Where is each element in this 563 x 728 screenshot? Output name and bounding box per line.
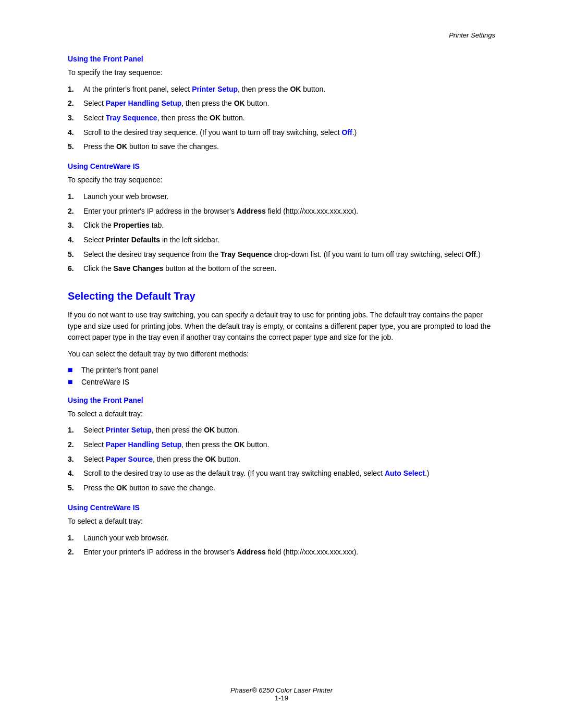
bullet-icon: ■ — [68, 365, 76, 375]
section-heading-1: Using the Front Panel — [68, 55, 495, 63]
list-item: 1. At the printer's front panel, select … — [68, 84, 495, 95]
section4-intro: To select a default tray: — [68, 516, 495, 527]
list-item: 2. Select Paper Handling Setup, then pre… — [68, 98, 495, 109]
section4-steps: 1. Launch your web browser. 2. Enter you… — [68, 533, 495, 558]
main-para-1: If you do not want to use tray switching… — [68, 310, 495, 343]
main-section-default-tray: Selecting the Default Tray If you do not… — [68, 290, 495, 387]
list-item: 2. Select Paper Handling Setup, then pre… — [68, 439, 495, 451]
page-header: Printer Settings — [68, 31, 495, 39]
list-item: 5. Press the OK button to save the chang… — [68, 141, 495, 153]
section2-steps: 1. Launch your web browser. 2. Enter you… — [68, 191, 495, 275]
section1-intro: To specify the tray sequence: — [68, 67, 495, 79]
main-heading: Selecting the Default Tray — [68, 290, 495, 302]
list-item: 4. Select Printer Defaults in the left s… — [68, 235, 495, 246]
list-item: 3. Select Tray Sequence, then press the … — [68, 113, 495, 124]
section1-steps: 1. At the printer's front panel, select … — [68, 84, 495, 153]
section-front-panel-1: Using the Front Panel To specify the tra… — [68, 55, 495, 153]
page-footer: Phaser® 6250 Color Laser Printer 1-19 — [0, 686, 563, 702]
list-item: 4. Scroll to the desired tray to use as … — [68, 468, 495, 479]
list-item: ■ The printer's front panel — [68, 365, 495, 375]
section-centreware-1: Using CentreWare IS To specify the tray … — [68, 162, 495, 275]
list-item: 1. Select Printer Setup, then press the … — [68, 425, 495, 436]
list-item: 6. Click the Save Changes button at the … — [68, 263, 495, 275]
list-item: 1. Launch your web browser. — [68, 533, 495, 544]
method-list: ■ The printer's front panel ■ CentreWare… — [68, 365, 495, 387]
bullet-text: The printer's front panel — [81, 366, 158, 374]
footer-product: Phaser® 6250 Color Laser Printer — [0, 686, 563, 694]
list-item: 1. Launch your web browser. — [68, 191, 495, 203]
list-item: 3. Click the Properties tab. — [68, 220, 495, 231]
section-front-panel-2: Using the Front Panel To select a defaul… — [68, 396, 495, 494]
list-item: 4. Scroll to the desired tray sequence. … — [68, 127, 495, 139]
main-para-2: You can select the default tray by two d… — [68, 349, 495, 360]
bullet-icon: ■ — [68, 377, 76, 387]
bullet-text: CentreWare IS — [81, 378, 129, 386]
header-title: Printer Settings — [449, 31, 495, 39]
section3-intro: To select a default tray: — [68, 409, 495, 420]
list-item: ■ CentreWare IS — [68, 377, 495, 387]
list-item: 3. Select Paper Source, then press the O… — [68, 454, 495, 465]
footer-page-number: 1-19 — [0, 694, 563, 702]
section2-intro: To specify the tray sequence: — [68, 175, 495, 186]
list-item: 5. Press the OK button to save the chang… — [68, 483, 495, 494]
section-heading-2: Using CentreWare IS — [68, 162, 495, 170]
section-heading-3: Using the Front Panel — [68, 396, 495, 404]
list-item: 2. Enter your printer's IP address in th… — [68, 206, 495, 217]
section3-steps: 1. Select Printer Setup, then press the … — [68, 425, 495, 493]
page: Printer Settings Using the Front Panel T… — [0, 0, 563, 728]
section-heading-4: Using CentreWare IS — [68, 503, 495, 512]
list-item: 2. Enter your printer's IP address in th… — [68, 547, 495, 558]
section-centreware-2: Using CentreWare IS To select a default … — [68, 503, 495, 558]
list-item: 5. Select the desired tray sequence from… — [68, 249, 495, 261]
